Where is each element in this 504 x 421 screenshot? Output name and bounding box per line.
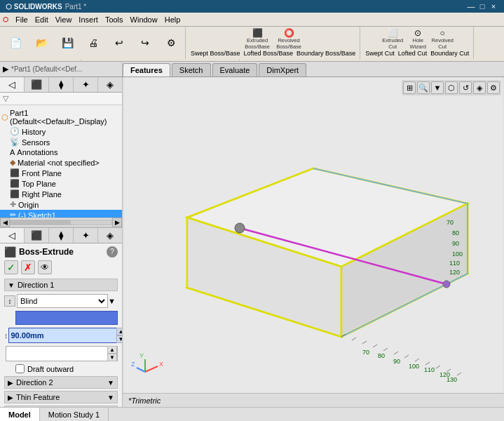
new-btn[interactable]: 📄: [3, 33, 28, 53]
end-condition-select[interactable]: Blind: [17, 294, 108, 308]
revolved-boss-btn[interactable]: ⭕ RevolvedBoss/Base: [273, 29, 304, 49]
left-tab-display[interactable]: ◈: [98, 77, 122, 92]
help-btn[interactable]: ?: [107, 246, 118, 258]
prop-tab-diamond[interactable]: ⧫: [49, 228, 74, 243]
depth-down-btn[interactable]: ▼: [116, 335, 123, 343]
view-settings-btn[interactable]: ⚙: [487, 81, 500, 94]
extra-spinners[interactable]: ▲ ▼: [107, 346, 117, 361]
viewport[interactable]: ⊞ 🔍 ▼ ⬡ ↺ ◈ ⚙: [123, 77, 504, 407]
left-tab-property[interactable]: ⬛: [25, 77, 49, 92]
depth-spinners[interactable]: ▲ ▼: [116, 328, 123, 343]
expand-tree-btn[interactable]: ▶: [3, 65, 8, 74]
depth-up-btn[interactable]: ▲: [116, 328, 123, 335]
boundary-boss-btn[interactable]: Boundary Boss/Base: [295, 50, 357, 57]
left-tab-feature-manager[interactable]: ◁: [0, 77, 25, 92]
lofted-cut-btn[interactable]: Lofted Cut: [397, 50, 429, 57]
tab-features[interactable]: Features: [123, 63, 170, 76]
swept-boss-btn[interactable]: Swept Boss/Base: [189, 50, 242, 57]
swept-cut-btn[interactable]: Swept Cut: [364, 50, 396, 57]
extruded-cut-btn[interactable]: ⬜ ExtrudedCut: [380, 29, 405, 49]
flip-direction-btn[interactable]: ↕: [4, 295, 15, 307]
menu-insert[interactable]: Insert: [76, 14, 101, 25]
svg-text:90: 90: [393, 358, 400, 365]
zoom-in-btn[interactable]: 🔍: [417, 81, 430, 94]
selected-contours-section[interactable]: ▶ Selected Contours ▼: [4, 406, 118, 407]
tree-scrollbar[interactable]: ◀ ▶: [0, 218, 122, 227]
feature-tree[interactable]: ⬡ Part1 (Default<<Default>_Display) 🕐 Hi…: [0, 105, 122, 218]
svg-text:80: 80: [452, 229, 459, 236]
left-tab-config[interactable]: ⧫: [49, 77, 74, 92]
document-title: Part1 *: [65, 3, 87, 11]
tab-sketch[interactable]: Sketch: [172, 63, 211, 76]
3d-canvas[interactable]: 70 80 90 100 110 120 130 70 80 90 100 11…: [123, 77, 504, 407]
prop-tab-display2[interactable]: ◈: [98, 228, 122, 243]
depth-input[interactable]: [9, 331, 116, 340]
options-btn[interactable]: ⚙: [158, 33, 184, 53]
extruded-boss-btn[interactable]: ⬛ ExtrudedBoss/Base: [242, 29, 273, 49]
end-condition-dropdown-icon[interactable]: ▼: [108, 297, 118, 305]
annotations-icon: A: [10, 148, 15, 156]
tree-history[interactable]: 🕐 History: [0, 126, 122, 137]
svg-text:70: 70: [362, 349, 369, 356]
menu-tools[interactable]: Tools: [102, 14, 126, 25]
tree-annotations[interactable]: A Annotations: [0, 147, 122, 157]
tree-top-plane[interactable]: ⬛ Top Plane: [0, 178, 122, 189]
view-perspective-btn[interactable]: ◈: [473, 81, 486, 94]
tree-right-plane[interactable]: ⬛ Right Plane: [0, 189, 122, 199]
hole-wizard-btn[interactable]: ⊙ HoleWizard: [406, 29, 430, 49]
menu-view[interactable]: View: [53, 14, 75, 25]
menu-file[interactable]: File: [13, 14, 31, 25]
svg-text:110: 110: [424, 366, 435, 373]
tab-dimxpert[interactable]: DimXpert: [259, 63, 306, 76]
extra-up-btn[interactable]: ▲: [107, 346, 117, 354]
tab-evaluate[interactable]: Evaluate: [212, 63, 258, 76]
tree-origin[interactable]: ✚ Origin: [0, 199, 122, 210]
bottom-tab-model[interactable]: Model: [0, 408, 40, 421]
open-btn[interactable]: 📂: [29, 33, 54, 53]
thin-feature-section[interactable]: ▶ Thin Feature ▼: [4, 391, 118, 403]
left-tab-dimxpert[interactable]: ✦: [74, 77, 98, 92]
scrollbar-thumb[interactable]: [11, 220, 71, 225]
extra-input[interactable]: [6, 349, 107, 358]
menu-window[interactable]: Window: [128, 14, 161, 25]
revolved-cut-btn[interactable]: ○ RevolvedCut: [430, 29, 454, 49]
undo-btn[interactable]: ↩: [107, 33, 132, 53]
prop-tab-box[interactable]: ⬛: [25, 228, 49, 243]
direction2-section[interactable]: ▶ Direction 2 ▼: [4, 376, 118, 389]
cancel-btn[interactable]: ✗: [21, 260, 35, 274]
direction1-section[interactable]: ▼ Direction 1: [4, 279, 118, 291]
tree-sensors[interactable]: 📡 Sensors: [0, 137, 122, 147]
tree-material[interactable]: ◆ Material <not specified>: [0, 157, 122, 168]
minimize-btn[interactable]: —: [466, 2, 476, 11]
sketch1-label: (-) Sketch1: [18, 211, 56, 218]
extra-down-btn[interactable]: ▼: [107, 354, 117, 361]
property-content: ⬛ Boss-Extrude ? ✓ ✗ 👁 ▼ Direction 1 ↕: [0, 243, 122, 407]
view-options-btn[interactable]: ▼: [431, 81, 444, 94]
preview-btn[interactable]: 👁: [38, 260, 52, 274]
view-cube-btn[interactable]: ⬡: [445, 81, 458, 94]
view-rotate-btn[interactable]: ↺: [459, 81, 472, 94]
menu-help[interactable]: Help: [162, 14, 184, 25]
tree-front-plane[interactable]: ⬛ Front Plane: [0, 168, 122, 178]
zoom-to-fit-btn[interactable]: ⊞: [403, 81, 416, 94]
accept-btn[interactable]: ✓: [4, 260, 18, 274]
tree-part1[interactable]: ⬡ Part1 (Default<<Default>_Display): [0, 108, 122, 126]
menu-edit[interactable]: Edit: [32, 14, 51, 25]
draft-outward-checkbox[interactable]: [15, 364, 25, 373]
prop-tab-arrow[interactable]: ◁: [0, 228, 25, 243]
lofted-boss-btn[interactable]: Lofted Boss/Base: [243, 50, 295, 57]
scroll-right-btn[interactable]: ▶: [112, 218, 122, 227]
scroll-left-btn[interactable]: ◀: [0, 218, 10, 227]
material-label: Material <not specified>: [18, 159, 100, 167]
save-btn[interactable]: 💾: [55, 33, 80, 53]
close-btn[interactable]: ×: [489, 2, 498, 11]
prop-tab-star[interactable]: ✦: [74, 228, 98, 243]
svg-text:130: 130: [447, 376, 457, 383]
bottom-tab-motion-study[interactable]: Motion Study 1: [40, 408, 109, 421]
boundary-cut-btn[interactable]: Boundary Cut: [429, 50, 470, 57]
maximize-btn[interactable]: □: [477, 2, 487, 11]
redo-btn[interactable]: ↪: [132, 33, 158, 53]
tree-sketch1[interactable]: ✏ (-) Sketch1: [0, 210, 122, 218]
menu-bar: ⬡ File Edit View Insert Tools Window Hel…: [0, 13, 504, 27]
print-btn[interactable]: 🖨: [81, 33, 106, 53]
